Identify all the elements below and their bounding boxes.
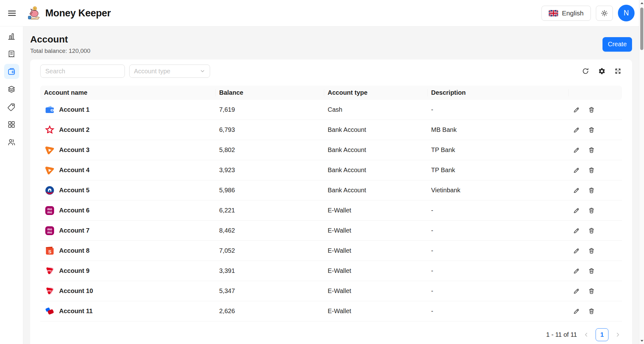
trash-icon — [588, 207, 595, 214]
app-title: Money Keeper — [45, 8, 111, 19]
main-content: Account Total balance: 120,000 Create Ac… — [23, 26, 639, 344]
page-title: Account — [30, 34, 90, 45]
account-balance: 7,052 — [215, 247, 324, 254]
account-name: Account 1 — [59, 106, 90, 113]
edit-account-button[interactable] — [572, 186, 580, 195]
previous-page-button[interactable] — [583, 332, 589, 338]
refresh-button[interactable] — [581, 67, 590, 76]
account-description: Vietinbank — [427, 187, 569, 194]
chevron-right-icon — [615, 332, 621, 338]
trash-icon — [588, 187, 595, 194]
account-balance: 6,221 — [215, 207, 324, 214]
delete-account-button[interactable] — [587, 146, 596, 154]
trash-icon — [588, 288, 595, 295]
delete-account-button[interactable] — [587, 186, 596, 195]
users-icon — [7, 138, 16, 146]
pagination: 1 - 11 of 11 1 — [40, 321, 622, 344]
scrollbar-thumb[interactable] — [640, 8, 643, 50]
column-header-balance: Balance — [215, 86, 324, 100]
settings-button[interactable] — [597, 67, 606, 76]
pencil-icon — [573, 288, 580, 295]
trash-icon — [588, 127, 595, 133]
grid-icon — [7, 120, 16, 129]
page-number-button[interactable]: 1 — [596, 328, 608, 341]
account-type: Bank Account — [324, 146, 427, 154]
pencil-icon — [573, 227, 580, 234]
sidebar-item-transactions[interactable] — [4, 46, 19, 61]
fullscreen-icon — [614, 68, 621, 75]
table-row: Account 7 8,462 E-Wallet - — [40, 221, 622, 241]
delete-account-button[interactable] — [587, 106, 596, 114]
scroll-up-arrow-icon[interactable] — [639, 1, 644, 6]
tp-bank-icon — [45, 165, 55, 175]
account-type-select[interactable]: Account type — [129, 65, 210, 78]
account-description: - — [427, 207, 569, 214]
table-row: Account 4 3,923 Bank Account TP Bank — [40, 160, 622, 180]
sidebar-item-categories[interactable] — [4, 117, 19, 132]
chevron-left-icon — [583, 332, 589, 338]
edit-account-button[interactable] — [572, 267, 580, 275]
sidebar-item-budgets[interactable] — [4, 82, 19, 97]
tag-icon — [7, 103, 16, 111]
shopee-pay-icon — [45, 246, 55, 256]
svg-text:$: $ — [34, 7, 36, 10]
edit-account-button[interactable] — [572, 106, 580, 114]
scroll-down-arrow-icon[interactable] — [639, 338, 644, 343]
account-name: Account 10 — [59, 287, 93, 295]
account-name: Account 8 — [59, 247, 90, 254]
delete-account-button[interactable] — [587, 267, 596, 275]
pencil-icon — [573, 207, 580, 214]
account-type: E-Wallet — [324, 307, 427, 315]
next-page-button[interactable] — [615, 332, 621, 338]
account-balance: 2,626 — [215, 307, 324, 315]
delete-account-button[interactable] — [587, 206, 596, 215]
edit-account-button[interactable] — [572, 166, 580, 174]
sidebar-item-tags[interactable] — [4, 99, 19, 114]
momo-icon — [45, 206, 55, 216]
language-selector-button[interactable]: English — [541, 6, 591, 21]
account-balance: 7,619 — [215, 106, 324, 113]
menu-toggle-button[interactable] — [6, 7, 18, 20]
delete-account-button[interactable] — [587, 227, 596, 235]
momo-icon — [45, 226, 55, 236]
edit-account-button[interactable] — [572, 126, 580, 134]
account-description: - — [427, 247, 569, 254]
delete-account-button[interactable] — [587, 307, 596, 315]
sidebar-item-statistics[interactable] — [4, 29, 19, 44]
delete-account-button[interactable] — [587, 166, 596, 174]
sidebar — [0, 26, 23, 344]
create-button[interactable]: Create — [602, 37, 632, 52]
language-label: English — [562, 9, 584, 17]
delete-account-button[interactable] — [587, 247, 596, 255]
chevron-down-icon — [200, 68, 205, 74]
account-description: TP Bank — [427, 166, 569, 174]
fullscreen-button[interactable] — [614, 67, 622, 75]
table-body: Account 1 7,619 Cash - — [40, 100, 622, 321]
edit-account-button[interactable] — [572, 247, 580, 255]
trash-icon — [588, 147, 595, 154]
sidebar-item-users[interactable] — [4, 134, 19, 149]
edit-account-button[interactable] — [572, 146, 580, 154]
trash-icon — [588, 227, 595, 234]
search-input[interactable] — [40, 65, 125, 78]
column-header-account-type: Account type — [324, 86, 427, 100]
edit-account-button[interactable] — [572, 287, 580, 295]
account-name: Account 3 — [59, 146, 90, 154]
table-row: Account 6 6,221 E-Wallet - — [40, 200, 622, 221]
theme-toggle-button[interactable] — [596, 6, 613, 21]
delete-account-button[interactable] — [587, 287, 596, 295]
money-keeper-logo-icon: $ — [27, 6, 42, 20]
user-avatar[interactable]: N — [618, 5, 635, 21]
hamburger-icon — [8, 10, 16, 17]
table-row: Account 9 3,391 E-Wallet - — [40, 261, 622, 281]
edit-account-button[interactable] — [572, 227, 580, 235]
account-name: Account 6 — [59, 207, 90, 214]
delete-account-button[interactable] — [587, 126, 596, 134]
account-balance: 8,462 — [215, 227, 324, 234]
sidebar-item-accounts[interactable] — [4, 64, 19, 79]
trash-icon — [588, 106, 595, 113]
pagination-range: 1 - 11 of 11 — [546, 331, 577, 338]
edit-account-button[interactable] — [572, 206, 580, 215]
scrollbar[interactable] — [639, 0, 644, 344]
edit-account-button[interactable] — [572, 307, 580, 315]
